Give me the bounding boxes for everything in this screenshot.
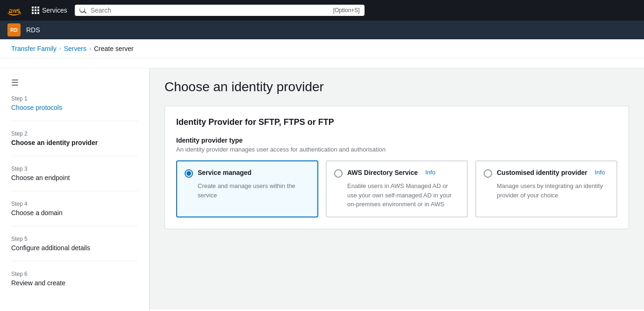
top-section: Transfer Family › Servers › Create serve…	[0, 39, 644, 68]
breadcrumb-current: Create server	[94, 45, 134, 52]
step-2-label: Step 2	[11, 130, 138, 137]
option-3-header: Customised identity provider Info	[484, 169, 609, 178]
option-2-header: AWS Directory Service Info	[334, 169, 459, 178]
step-3-title: Choose an endpoint	[11, 174, 138, 181]
options-grid: Service managed Create and manage users …	[176, 160, 617, 217]
step-1-label: Step 1	[11, 95, 138, 102]
search-input[interactable]	[91, 7, 329, 14]
breadcrumb-servers[interactable]: Servers	[64, 45, 86, 52]
aws-logo	[7, 5, 24, 16]
rds-label: RDS	[26, 26, 40, 34]
option-2-desc: Enable users in AWS Managed AD or use yo…	[347, 181, 459, 209]
footer-actions: Cancel Previous Next	[150, 309, 644, 311]
step-6-label: Step 6	[11, 271, 138, 277]
main-layout: ☰ Step 1 Choose protocols Step 2 Choose …	[0, 68, 644, 311]
services-button[interactable]: Services	[32, 7, 67, 14]
option-1-header: Service managed	[185, 169, 310, 178]
step-2: Step 2 Choose an identity provider	[11, 130, 138, 156]
services-label: Services	[42, 7, 67, 14]
option-aws-directory[interactable]: AWS Directory Service Info Enable users …	[326, 160, 468, 217]
sidebar: ☰ Step 1 Choose protocols Step 2 Choose …	[0, 68, 150, 311]
rds-icon: RD	[7, 23, 21, 36]
option-2-title: AWS Directory Service	[347, 169, 418, 176]
step-5: Step 5 Configure additional details	[11, 236, 138, 261]
search-shortcut: [Option+S]	[333, 7, 360, 14]
breadcrumb: Transfer Family › Servers › Create serve…	[0, 39, 644, 58]
provider-type-desc: An identity provider manages user access…	[176, 146, 617, 153]
step-4-title: Choose a domain	[11, 209, 138, 217]
info-link-custom-idp[interactable]: Info	[595, 169, 605, 176]
radio-custom-idp[interactable]	[484, 169, 492, 178]
step-5-label: Step 5	[11, 236, 138, 242]
top-navigation: Services [Option+S]	[0, 0, 644, 21]
breadcrumb-transfer-family[interactable]: Transfer Family	[11, 45, 57, 52]
option-service-managed[interactable]: Service managed Create and manage users …	[176, 160, 318, 217]
second-navigation: RD RDS	[0, 21, 644, 39]
step-6: Step 6 Review and create	[11, 271, 138, 296]
card-title: Identity Provider for SFTP, FTPS or FTP	[176, 117, 617, 127]
step-2-title: Choose an identity provider	[11, 139, 138, 146]
option-1-title: Service managed	[198, 169, 251, 176]
identity-provider-card: Identity Provider for SFTP, FTPS or FTP …	[165, 106, 629, 229]
option-custom-idp[interactable]: Customised identity provider Info Manage…	[475, 160, 617, 217]
step-4: Step 4 Choose a domain	[11, 201, 138, 226]
step-3-label: Step 3	[11, 166, 138, 172]
breadcrumb-sep-1: ›	[59, 45, 61, 52]
radio-aws-directory[interactable]	[334, 169, 343, 178]
hamburger-icon[interactable]: ☰	[11, 78, 138, 88]
radio-service-managed[interactable]	[185, 169, 193, 178]
provider-type-section: Identity provider type An identity provi…	[176, 137, 617, 153]
option-3-title: Customised identity provider	[497, 169, 587, 176]
search-icon	[79, 7, 87, 14]
breadcrumb-sep-2: ›	[89, 45, 91, 52]
content-inner: Choose an identity provider Identity Pro…	[150, 68, 644, 309]
option-3-desc: Manage users by integrating an identity …	[497, 181, 609, 200]
step-3: Step 3 Choose an endpoint	[11, 166, 138, 191]
search-bar[interactable]: [Option+S]	[75, 5, 365, 16]
step-6-title: Review and create	[11, 279, 138, 287]
option-1-desc: Create and manage users within the servi…	[198, 181, 310, 200]
page-title: Choose an identity provider	[165, 80, 629, 94]
provider-type-label: Identity provider type	[176, 137, 617, 144]
step-1-title[interactable]: Choose protocols	[11, 104, 62, 111]
step-4-label: Step 4	[11, 201, 138, 207]
step-5-title: Configure additional details	[11, 244, 138, 252]
content-area: Choose an identity provider Identity Pro…	[150, 68, 644, 311]
grid-icon	[32, 7, 39, 14]
step-1: Step 1 Choose protocols	[11, 95, 138, 121]
info-link-aws-directory[interactable]: Info	[425, 169, 436, 176]
